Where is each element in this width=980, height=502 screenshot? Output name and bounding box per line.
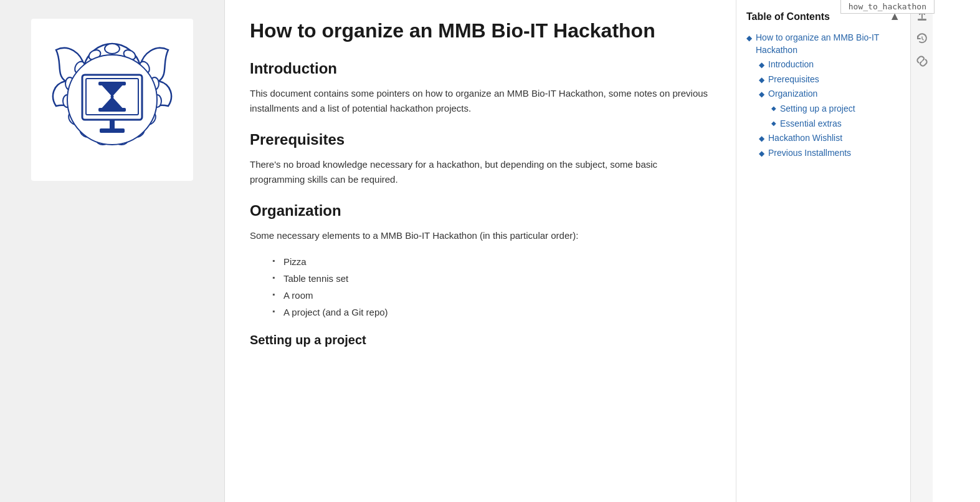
introduction-body: This document contains some pointers on … (250, 86, 711, 116)
toc-item-previous: ◆ Previous Installments (759, 147, 900, 160)
toc-link-main[interactable]: How to organize an MMB Bio-IT Hackathon (756, 32, 900, 56)
prerequisites-heading: Prerequisites (250, 131, 711, 148)
svg-rect-18 (110, 120, 115, 130)
toc-bullet-setup: ◆ (771, 105, 776, 112)
toc-item-organization: ◆ Organization ◆ Setting up a project (759, 88, 900, 130)
toc-panel: Table of Contents ▲ ◆ How to organize an… (736, 0, 910, 502)
toc-title-text: Table of Contents (746, 11, 830, 22)
history-button[interactable] (911, 27, 933, 50)
toc-bullet-previous: ◆ (759, 149, 764, 158)
toc-bullet-extras: ◆ (771, 120, 776, 127)
toc-item-introduction: ◆ Introduction (759, 59, 900, 71)
page-tab: how_to_hackathon (840, 0, 935, 14)
toc-link-wishlist[interactable]: Hackathon Wishlist (768, 132, 842, 145)
svg-rect-19 (100, 128, 125, 133)
svg-rect-23 (98, 108, 126, 112)
toc-bullet-org: ◆ (759, 90, 764, 99)
list-item: A room (275, 287, 711, 304)
main-area: How to organize an MMB Bio-IT Hackathon … (224, 0, 980, 502)
toc-item-main: ◆ How to organize an MMB Bio-IT Hackatho… (746, 32, 900, 159)
link-button[interactable] (911, 50, 933, 72)
organization-body: Some necessary elements to a MMB Bio-IT … (250, 228, 711, 243)
toc-link-extras[interactable]: Essential extras (780, 118, 842, 130)
list-item: Table tennis set (275, 270, 711, 287)
list-item: A project (and a Git repo) (275, 304, 711, 321)
page-title: How to organize an MMB Bio-IT Hackathon (250, 19, 711, 42)
toc-item-setup: ◆ Setting up a project (771, 103, 900, 115)
sidebar (0, 0, 224, 502)
toc-link-organization[interactable]: Organization (768, 88, 817, 100)
svg-rect-25 (918, 19, 926, 21)
setting-up-heading: Setting up a project (250, 333, 711, 347)
svg-point-0 (105, 44, 120, 54)
history-icon (916, 32, 928, 45)
toc-list: ◆ How to organize an MMB Bio-IT Hackatho… (746, 32, 900, 159)
content-area: How to organize an MMB Bio-IT Hackathon … (225, 0, 736, 502)
toc-bullet-wishlist: ◆ (759, 134, 764, 143)
logo-container (31, 19, 193, 181)
prerequisites-body: There's no broad knowledge necessary for… (250, 157, 711, 187)
list-item: Pizza (275, 253, 711, 270)
right-toolbar (910, 0, 933, 502)
toc-link-prerequisites[interactable]: Prerequisites (768, 74, 819, 86)
toc-sublist: ◆ Introduction ◆ Prerequisites (759, 59, 900, 159)
toc-bullet-intro: ◆ (759, 60, 764, 69)
toc-bullet-prereq: ◆ (759, 75, 764, 84)
toc-item-wishlist: ◆ Hackathon Wishlist (759, 132, 900, 145)
toc-link-previous[interactable]: Previous Installments (768, 147, 851, 160)
toc-item-prerequisites: ◆ Prerequisites (759, 74, 900, 86)
toc-link-introduction[interactable]: Introduction (768, 59, 814, 71)
bio-it-logo (44, 31, 181, 168)
toc-link-setup[interactable]: Setting up a project (780, 103, 855, 115)
toc-sublist-org: ◆ Setting up a project ◆ Essential extra… (771, 103, 900, 130)
organization-list: Pizza Table tennis set A room A project … (275, 253, 711, 321)
svg-rect-22 (98, 82, 126, 85)
toc-bullet-main: ◆ (746, 34, 752, 42)
svg-point-24 (111, 95, 114, 99)
link-icon (916, 55, 928, 67)
toc-item-extras: ◆ Essential extras (771, 118, 900, 130)
introduction-heading: Introduction (250, 60, 711, 77)
organization-heading: Organization (250, 202, 711, 220)
